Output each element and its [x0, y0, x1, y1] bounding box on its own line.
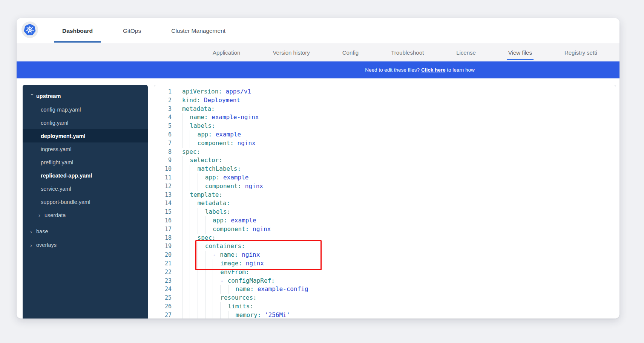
line-number: 24	[154, 285, 176, 294]
tree-file-preflight-yaml[interactable]: preflight.yaml	[23, 156, 148, 169]
indent-guide	[198, 173, 205, 182]
indent-guide	[205, 277, 213, 285]
admin-console-window: DashboardGitOpsCluster Management Applic…	[17, 18, 619, 318]
yaml-key: name:	[190, 113, 208, 121]
indent-guide	[182, 199, 190, 208]
indent-guide	[190, 259, 197, 268]
tab-view-files[interactable]: View files	[508, 43, 532, 61]
tree-item-label: config.yaml	[39, 120, 68, 126]
chevron-right-icon: ›	[30, 242, 35, 248]
yaml-list-dash: -	[220, 277, 227, 284]
indent-guide	[198, 268, 205, 277]
code-text: app: example	[176, 216, 256, 225]
tree-file-deployment-yaml[interactable]: deployment.yaml	[23, 129, 148, 142]
tab-registry-setti[interactable]: Registry setti	[564, 43, 597, 61]
tab-version-history[interactable]: Version history	[273, 43, 310, 61]
tree-item-label: support-bundle.yaml	[39, 199, 90, 205]
code-text: envFrom:	[176, 268, 249, 277]
line-number: 18	[154, 234, 176, 242]
line-number: 26	[154, 302, 176, 311]
code-line-8: 8spec:	[154, 148, 616, 156]
line-number: 14	[154, 199, 176, 208]
code-text: metadata:	[176, 199, 230, 208]
indent-guide	[205, 294, 213, 302]
tree-file-config-yaml[interactable]: config.yaml	[23, 116, 148, 129]
tree-file-ingress-yaml[interactable]: ingress.yaml	[23, 142, 148, 156]
indent-guide	[182, 311, 190, 318]
indent-guide	[190, 285, 197, 294]
edit-files-banner: Need to edit these files? Click here to …	[17, 61, 619, 78]
tree-file-config-map-yaml[interactable]: config-map.yaml	[23, 103, 148, 116]
tab-license[interactable]: License	[456, 43, 476, 61]
indent-guide	[190, 268, 197, 277]
banner-click-here-link[interactable]: Click here	[421, 67, 446, 73]
yaml-key: containers:	[205, 242, 245, 250]
indent-guide	[198, 216, 205, 225]
yaml-key: app:	[213, 217, 227, 224]
indent-guide	[182, 216, 190, 225]
app-tab-bar: ApplicationVersion historyConfigTroubles…	[17, 43, 619, 61]
code-line-13: 13template:	[154, 191, 616, 199]
yaml-key: envFrom:	[220, 268, 249, 276]
indent-guide	[182, 130, 190, 139]
tree-file-support-bundle-yaml[interactable]: support-bundle.yaml	[23, 195, 148, 208]
tree-folder-base[interactable]: ›base	[23, 225, 148, 238]
tree-item-label: service.yaml	[39, 186, 71, 192]
yaml-key: spec:	[198, 234, 216, 241]
code-text: component: nginx	[176, 225, 271, 234]
code-text: component: nginx	[176, 182, 263, 191]
tree-file-service-yaml[interactable]: service.yaml	[23, 182, 148, 195]
indent-guide	[182, 139, 190, 148]
app-header: DashboardGitOpsCluster Management	[17, 18, 619, 44]
tab-troubleshoot[interactable]: Troubleshoot	[391, 43, 424, 61]
line-number: 8	[154, 148, 176, 156]
nav-item-cluster-management[interactable]: Cluster Management	[163, 18, 233, 43]
yaml-key: memory:	[236, 311, 261, 318]
line-number: 22	[154, 268, 176, 277]
line-number: 13	[154, 191, 176, 199]
tree-folder-overlays[interactable]: ›overlays	[23, 238, 148, 252]
code-text: spec:	[176, 148, 200, 156]
indent-guide	[182, 234, 190, 242]
indent-guide	[190, 225, 197, 234]
yaml-value: nginx	[249, 225, 271, 233]
indent-guide	[190, 277, 197, 285]
indent-guide	[198, 225, 205, 234]
line-number: 15	[154, 208, 176, 216]
yaml-key: app:	[198, 131, 212, 138]
yaml-value: example	[219, 174, 248, 181]
tree-folder-upstream[interactable]: ›upstream	[23, 89, 148, 103]
tab-application[interactable]: Application	[213, 43, 240, 61]
code-line-25: 25resources:	[154, 294, 616, 302]
yaml-editor[interactable]: 1apiVersion: apps/v12kind: Deployment3me…	[154, 85, 616, 318]
indent-guide	[213, 277, 220, 285]
tab-config[interactable]: Config	[342, 43, 359, 61]
line-number: 17	[154, 225, 176, 234]
tree-file-replicated-app-yaml[interactable]: replicated-app.yaml	[23, 169, 148, 182]
nav-item-gitops[interactable]: GitOps	[115, 18, 149, 43]
code-line-20: 20- name: nginx	[154, 251, 616, 259]
yaml-key: template:	[190, 191, 222, 198]
yaml-key: app:	[205, 174, 220, 181]
indent-guide	[220, 311, 228, 318]
top-nav: DashboardGitOpsCluster Management	[54, 18, 233, 43]
yaml-key: component:	[198, 139, 234, 147]
tree-item-label: upstream	[35, 93, 61, 99]
line-number: 3	[154, 105, 176, 113]
indent-guide	[190, 208, 197, 216]
yaml-key: spec:	[182, 148, 200, 155]
yaml-key: labels:	[205, 208, 230, 215]
indent-guide	[182, 294, 190, 302]
banner-suffix: to learn how	[445, 67, 474, 73]
indent-guide	[198, 251, 205, 259]
indent-guide	[182, 251, 190, 259]
indent-guide	[190, 311, 197, 318]
code-text: name: example-nginx	[176, 113, 259, 122]
indent-guide	[182, 182, 190, 191]
nav-item-dashboard[interactable]: Dashboard	[54, 18, 101, 43]
yaml-value: apps/v1	[222, 88, 251, 95]
tree-item-label: config-map.yaml	[39, 107, 81, 113]
tree-folder-userdata[interactable]: ›userdata	[23, 208, 148, 222]
code-text: spec:	[176, 234, 216, 242]
indent-guide	[198, 182, 205, 191]
